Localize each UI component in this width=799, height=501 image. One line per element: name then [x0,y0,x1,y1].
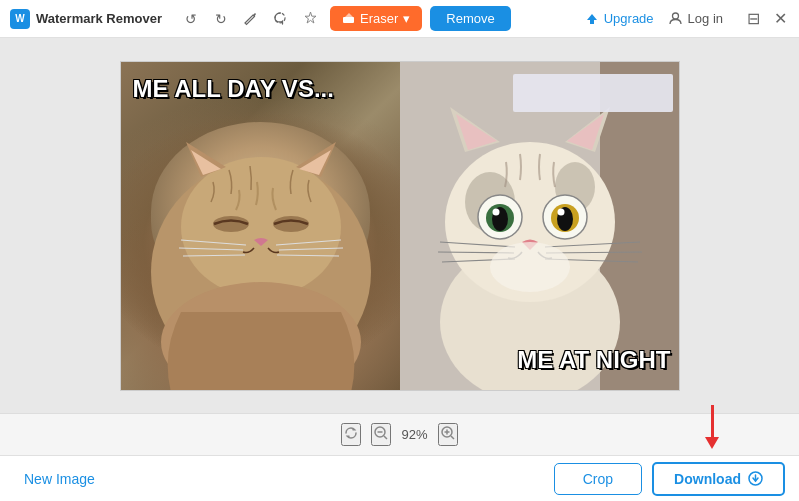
crop-button[interactable]: Crop [554,463,642,495]
tool-buttons: ↺ ↻ [178,6,324,32]
eraser-dropdown-icon: ▾ [403,11,410,26]
upgrade-label: Upgrade [604,11,654,26]
app-logo: W Watermark Remover [10,9,162,29]
zoom-out-icon [373,425,389,441]
redo-button[interactable]: ↻ [208,6,234,32]
new-image-button[interactable]: New Image [14,465,105,493]
rotate-button[interactable] [341,423,361,446]
window-controls: ⊟ ✕ [745,9,789,29]
arrow-line [711,405,714,437]
svg-point-35 [557,208,564,215]
new-image-label: New Image [24,471,95,487]
remove-button[interactable]: Remove [430,6,510,31]
svg-point-44 [490,242,570,292]
canvas-area: ME ALL DAY VS... [0,38,799,413]
arrow-head [705,437,719,449]
svg-line-51 [451,436,454,439]
action-right: Crop Download [554,462,785,496]
brush-tool[interactable] [238,6,264,32]
download-button[interactable]: Download [652,462,785,496]
user-icon [668,11,683,26]
meme-text-bottom-right: ME AT NIGHT [517,346,670,374]
meme-right-panel: ME AT NIGHT [400,62,679,391]
logo-icon: W [10,9,30,29]
titlebar: W Watermark Remover ↺ ↻ Erase [0,0,799,38]
login-button[interactable]: Log in [668,11,723,26]
zoom-bar: 92% [0,413,799,455]
rotate-icon [343,425,359,441]
zoom-value: 92% [401,427,427,442]
close-button[interactable]: ✕ [772,9,789,29]
crop-label: Crop [583,471,613,487]
eraser-icon [342,12,355,25]
svg-line-47 [384,436,387,439]
svg-point-9 [213,216,249,232]
remove-label: Remove [446,11,494,26]
download-icon [748,471,763,486]
download-label: Download [674,471,741,487]
meme-text-top-left: ME ALL DAY VS... [133,76,334,102]
svg-point-34 [492,208,499,215]
meme-left-panel: ME ALL DAY VS... [121,62,400,391]
eraser-button[interactable]: Eraser ▾ [330,6,422,31]
titlebar-right: Upgrade Log in ⊟ ✕ [585,9,789,29]
image-container: ME ALL DAY VS... [120,61,680,391]
undo-button[interactable]: ↺ [178,6,204,32]
zoom-in-button[interactable] [438,423,458,446]
zoom-in-icon [440,425,456,441]
star-icon [303,11,318,26]
star-tool[interactable] [298,6,324,32]
minimize-button[interactable]: ⊟ [745,9,762,29]
zoom-out-button[interactable] [371,423,391,446]
svg-point-2 [672,13,678,19]
svg-point-10 [273,216,309,232]
lasso-icon [273,11,288,26]
app-title: Watermark Remover [36,11,162,26]
red-arrow-indicator [705,405,719,449]
login-label: Log in [688,11,723,26]
watermark-removed-area [513,74,673,112]
svg-point-4 [181,157,341,297]
action-bar: New Image Crop Download [0,455,799,501]
lasso-tool[interactable] [268,6,294,32]
upgrade-button[interactable]: Upgrade [585,11,654,26]
brush-icon [243,11,258,26]
eraser-label: Eraser [360,11,398,26]
cat-left-svg [121,62,400,391]
upgrade-icon [585,12,599,26]
